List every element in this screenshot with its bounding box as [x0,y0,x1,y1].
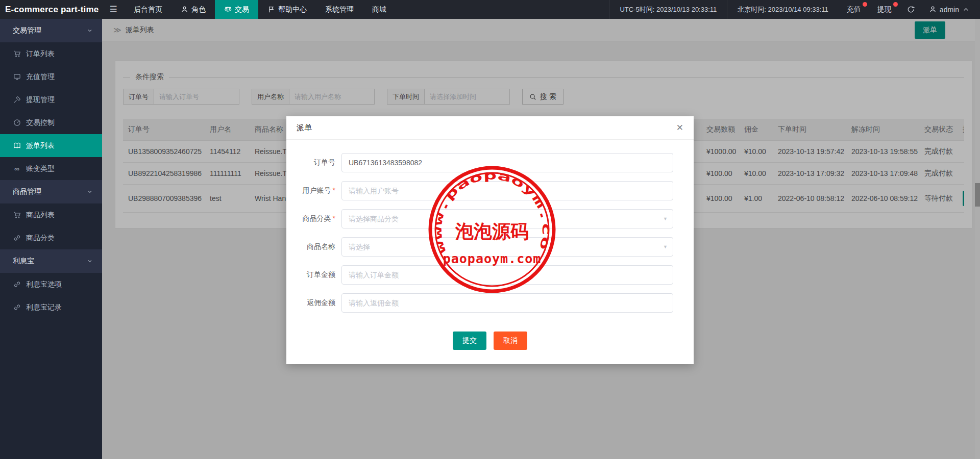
chevron-down-icon [87,258,93,264]
close-icon[interactable]: ✕ [676,123,683,132]
sidebar-item-recharge-mgmt[interactable]: 充值管理 [0,65,102,88]
link-icon [13,234,21,242]
modal-header: 派单 ✕ [286,116,694,140]
form-row-user-account: 用户账号* [291,181,673,200]
nav-item-dashboard[interactable]: 后台首页 [125,0,172,19]
form-row-product-name: 商品名称 ▼ [291,237,673,257]
infinity-icon: ∞ [13,165,21,173]
modal-body: 订单号 用户账号* 商品分类* ▼ 商品名称 ▼ 订单金额 返佣金额 [286,140,694,323]
link-icon [13,303,21,311]
withdraw-button[interactable]: 提现 [869,0,900,19]
sidebar-item-withdraw-mgmt[interactable]: 提现管理 [0,88,102,111]
sidebar-item-balance-type[interactable]: ∞ 账变类型 [0,157,102,180]
recharge-button[interactable]: 充值 [839,0,869,19]
top-header: E-commerce part-time ☰ 后台首页 角色 交易 帮助中心 系… [0,0,980,19]
user-account-field[interactable] [341,181,673,200]
top-nav: 后台首页 角色 交易 帮助中心 系统管理 商城 [125,0,396,19]
sidebar-item-interest-options[interactable]: 利息宝选项 [0,273,102,296]
sidebar-item-product-list[interactable]: 商品列表 [0,203,102,226]
nav-item-trade[interactable]: 交易 [215,0,258,19]
sidebar-item-trade-control[interactable]: 交易控制 [0,111,102,134]
refresh-button[interactable] [900,0,922,19]
sidebar: 交易管理 订单列表 充值管理 提现管理 交易控制 派单列表 ∞ 账变类型 商品管… [0,19,102,459]
sidebar-group-trade[interactable]: 交易管理 [0,19,102,42]
form-row-order-amount: 订单金额 [291,265,673,285]
chevron-down-icon [87,189,93,195]
chevron-down-icon [87,28,93,34]
rebate-amount-field[interactable] [341,293,673,313]
gavel-icon [13,96,21,104]
form-row-order-no: 订单号 [291,153,673,172]
sidebar-item-dispatch-list[interactable]: 派单列表 [0,134,102,157]
product-name-select[interactable] [341,237,673,257]
scales-icon [224,6,232,13]
monitor-icon [13,73,21,81]
product-category-select[interactable] [341,209,673,228]
nav-item-help[interactable]: 帮助中心 [258,0,316,19]
brand-title: E-commerce part-time [0,0,102,19]
sidebar-item-product-category[interactable]: 商品分类 [0,226,102,249]
user-menu[interactable]: admin [922,0,980,19]
hamburger-icon[interactable]: ☰ [102,0,125,19]
cart-icon [13,211,21,219]
user-icon [929,6,937,13]
withdraw-badge [893,2,898,7]
sidebar-item-order-list[interactable]: 订单列表 [0,42,102,65]
order-amount-field[interactable] [341,265,673,285]
required-asterisk: * [333,186,335,194]
link-icon [13,280,21,288]
dispatch-modal: 派单 ✕ 订单号 用户账号* 商品分类* ▼ 商品名称 ▼ 订单金额 [286,116,694,364]
cart-icon [13,50,21,58]
sidebar-group-interest[interactable]: 利息宝 [0,249,102,273]
flag-icon [267,6,275,13]
book-icon [13,142,21,149]
form-row-product-category: 商品分类* ▼ [291,209,673,228]
sidebar-group-product[interactable]: 商品管理 [0,180,102,203]
modal-title: 派单 [297,123,312,133]
nav-item-mall[interactable]: 商城 [363,0,396,19]
nav-item-system[interactable]: 系统管理 [316,0,363,19]
recharge-badge [863,2,867,7]
modal-footer: 提交 取消 [286,323,694,364]
nav-item-roles[interactable]: 角色 [172,0,215,19]
utc-time: UTC-5时间: 2023/10/13 20:33:11 [609,0,727,19]
refresh-icon [907,6,915,13]
submit-button[interactable]: 提交 [453,332,486,350]
header-right: UTC-5时间: 2023/10/13 20:33:11 北京时间: 2023/… [609,0,980,19]
order-no-field[interactable] [341,153,673,172]
form-row-rebate-amount: 返佣金额 [291,293,673,313]
sidebar-item-interest-records[interactable]: 利息宝记录 [0,296,102,319]
gauge-icon [13,119,21,126]
chevron-up-icon [962,6,970,13]
beijing-time: 北京时间: 2023/10/14 09:33:11 [727,0,839,19]
cancel-button[interactable]: 取消 [494,332,527,350]
required-asterisk: * [333,214,335,222]
person-icon [181,6,188,13]
